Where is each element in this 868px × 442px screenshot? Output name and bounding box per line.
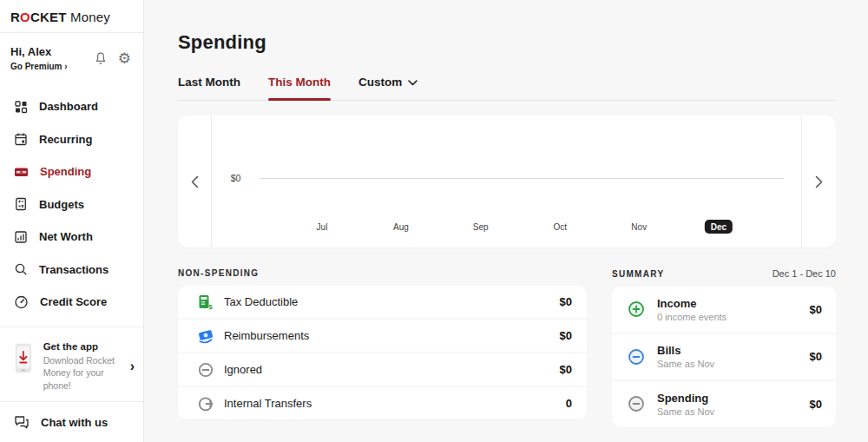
gauge-icon	[14, 295, 29, 309]
sidebar-nav: Dashboard Recurring Spending Budgets Net…	[0, 90, 143, 319]
sidebar-item-dashboard[interactable]: Dashboard	[0, 90, 143, 123]
chart-month-label[interactable]: Sep	[473, 222, 489, 232]
nav-label: Budgets	[39, 198, 84, 211]
zero-line	[260, 178, 784, 179]
sidebar-item-recurring[interactable]: Recurring	[0, 123, 143, 156]
summary-row-title: Spending	[657, 392, 799, 405]
row-label: Tax Deductible	[224, 295, 550, 308]
row-value: 0	[566, 397, 572, 410]
non-spending-card: $ Tax Deductible $0 Reimbursements $0 Ig…	[178, 286, 587, 419]
row-label: Internal Transfers	[224, 397, 556, 410]
sidebar-item-budgets[interactable]: Budgets	[0, 188, 143, 221]
row-value: $0	[560, 363, 572, 376]
bills-icon	[627, 347, 646, 366]
summary-heading: SUMMARY	[612, 269, 664, 279]
non-spending-heading: NON-SPENDING	[178, 268, 259, 278]
income-icon	[627, 300, 646, 319]
settings-gear-icon[interactable]: ⚙	[118, 51, 131, 66]
chart-x-axis: Jul Aug Sep Oct Nov Dec	[212, 222, 801, 240]
spending-chart-card: $0 Jul Aug Sep Oct Nov Dec	[178, 115, 836, 247]
summary-date-range: Dec 1 - Dec 10	[773, 268, 836, 279]
dashboard-icon	[14, 100, 28, 114]
zero-axis: $0	[212, 173, 784, 183]
notification-bell-icon[interactable]	[94, 51, 108, 66]
tax-deductible-icon: $	[197, 294, 214, 311]
summary-row-value: $0	[810, 398, 822, 411]
summary-row-bills[interactable]: Bills Same as Nov $0	[612, 334, 836, 380]
sidebar-item-net-worth[interactable]: Net Worth	[0, 221, 143, 254]
chart-prev-button[interactable]	[178, 115, 212, 247]
tab-this-month[interactable]: This Month	[268, 76, 331, 100]
chevron-down-icon	[408, 80, 418, 86]
row-tax-deductible[interactable]: $ Tax Deductible $0	[178, 286, 587, 318]
chart-month-label[interactable]: Jul	[317, 222, 328, 232]
period-tabs: Last Month This Month Custom	[178, 76, 836, 101]
summary-row-spending[interactable]: Spending Same as Nov $0	[612, 381, 836, 427]
chat-label: Chat with us	[41, 416, 108, 429]
logo-o-mark: O	[20, 10, 30, 24]
chat-bubble-icon	[14, 415, 30, 429]
get-app-title: Get the app	[43, 341, 120, 352]
go-premium-link[interactable]: Go Premium ›	[10, 62, 68, 71]
chart-month-label-selected[interactable]: Dec	[705, 220, 733, 234]
user-greeting: Hi, Alex	[10, 45, 68, 58]
summary-card: Income 0 income events $0 Bills Same as …	[612, 287, 836, 427]
row-label: Ignored	[224, 363, 550, 376]
get-app-description: Download Rocket Money for your phone!	[43, 354, 120, 393]
summary-row-value: $0	[810, 350, 822, 363]
row-label: Reimbursements	[224, 329, 550, 342]
main-content: Spending Last Month This Month Custom $0…	[145, 0, 868, 442]
calculator-icon	[14, 197, 28, 211]
chart-month-label[interactable]: Aug	[393, 222, 409, 232]
get-the-app-card[interactable]: Get the app Download Rocket Money for yo…	[0, 327, 143, 405]
reimbursements-icon	[197, 327, 214, 345]
y-axis-tick: $0	[212, 173, 260, 183]
user-section: Hi, Alex Go Premium › ⚙	[0, 33, 143, 82]
summary-row-value: $0	[810, 303, 822, 316]
chat-with-us-button[interactable]: Chat with us	[0, 401, 143, 442]
sidebar-item-spending[interactable]: Spending	[0, 155, 143, 188]
non-spending-section: NON-SPENDING $ Tax Deductible $0 Reimbur…	[178, 268, 587, 427]
cash-icon	[14, 165, 29, 179]
logo-text: R	[10, 10, 20, 24]
chart-month-label[interactable]: Nov	[631, 222, 647, 232]
internal-transfers-icon	[197, 395, 214, 412]
svg-text:$: $	[209, 303, 214, 311]
nav-label: Dashboard	[39, 100, 98, 113]
tab-custom[interactable]: Custom	[358, 76, 418, 100]
chevron-right-icon: ›	[130, 359, 135, 374]
calendar-icon	[14, 132, 28, 146]
nav-label: Recurring	[39, 133, 92, 146]
nav-label: Transactions	[39, 263, 108, 276]
search-icon	[14, 262, 28, 276]
ignored-icon	[197, 361, 214, 379]
chart-month-label[interactable]: Oct	[554, 222, 568, 232]
sidebar-item-credit-score[interactable]: Credit Score	[0, 286, 143, 319]
chevron-left-icon	[191, 175, 199, 188]
page-title: Spending	[178, 31, 836, 54]
row-value: $0	[560, 329, 572, 342]
summary-section: SUMMARY Dec 1 - Dec 10 Income 0 income e…	[612, 268, 836, 427]
spending-minus-icon	[627, 394, 646, 413]
chevron-right-icon	[815, 175, 823, 188]
summary-row-title: Income	[657, 297, 799, 310]
chart-next-button[interactable]	[801, 115, 836, 247]
nav-label: Credit Score	[40, 295, 107, 308]
row-ignored[interactable]: Ignored $0	[178, 353, 587, 386]
nav-label: Net Worth	[39, 230, 93, 243]
summary-row-income[interactable]: Income 0 income events $0	[612, 287, 836, 333]
rocket-money-logo[interactable]: ROCKET Money	[0, 0, 143, 33]
summary-row-subtitle: 0 income events	[657, 312, 799, 322]
row-reimbursements[interactable]: Reimbursements $0	[178, 320, 587, 352]
phone-download-icon	[14, 341, 33, 376]
spending-line-chart: $0 Jul Aug Sep Oct Nov Dec	[212, 115, 801, 247]
nav-label: Spending	[40, 165, 91, 178]
row-internal-transfers[interactable]: Internal Transfers 0	[178, 387, 587, 419]
sidebar-item-transactions[interactable]: Transactions	[0, 254, 143, 287]
summary-row-subtitle: Same as Nov	[657, 359, 799, 369]
summary-row-title: Bills	[657, 344, 799, 357]
sidebar: ROCKET Money Hi, Alex Go Premium › ⚙ Das…	[0, 0, 144, 442]
row-value: $0	[560, 295, 572, 308]
tab-last-month[interactable]: Last Month	[178, 76, 240, 100]
bar-chart-icon	[14, 230, 28, 244]
